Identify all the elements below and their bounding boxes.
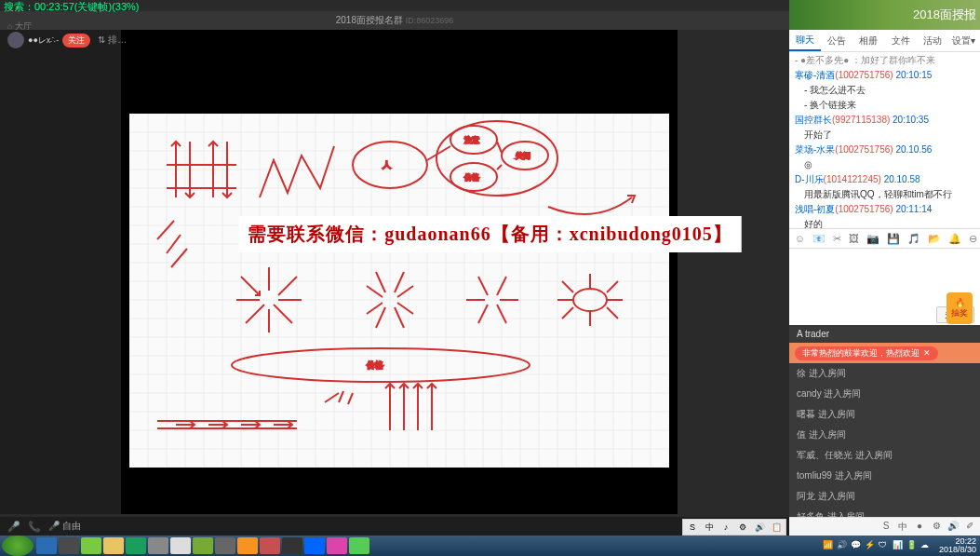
taskbar-app[interactable] xyxy=(327,537,347,554)
taskbar-app[interactable] xyxy=(126,537,146,554)
taskbar-app[interactable] xyxy=(59,537,79,554)
window-header: 2018面授报名群 ID:86023696 xyxy=(0,11,789,30)
join-item: 徐 进入房间 xyxy=(789,363,980,384)
svg-text:价格: 价格 xyxy=(366,360,383,370)
notice-pill[interactable]: 非常热烈的鼓掌欢迎，热烈欢迎✕ xyxy=(795,346,938,360)
phone-icon[interactable]: 📞 xyxy=(28,521,41,533)
tab-5[interactable]: 设置▾ xyxy=(948,30,980,51)
close-icon[interactable]: ✕ xyxy=(923,348,931,358)
start-button[interactable] xyxy=(2,536,34,556)
svg-text:注意: 注意 xyxy=(464,136,479,144)
tray-icon[interactable]: 📊 xyxy=(893,540,904,551)
tray-icon[interactable]: ⚡ xyxy=(865,540,876,551)
tray-icon[interactable]: ☁ xyxy=(920,540,932,551)
tool-icon[interactable]: 📷 xyxy=(866,233,879,245)
ime-icon[interactable]: S xyxy=(685,521,700,534)
status-icon[interactable]: ● xyxy=(913,521,926,534)
join-item: 值 进入房间 xyxy=(789,425,980,445)
svg-rect-0 xyxy=(129,114,669,468)
tray-icon[interactable]: 📶 xyxy=(823,540,834,551)
streamer-name: ●●レx∴- xyxy=(28,34,59,47)
tool-icon[interactable]: ⊖ xyxy=(969,233,977,245)
tab-2[interactable]: 相册 xyxy=(852,30,884,51)
chat-line: 好的 xyxy=(795,218,974,228)
tab-0[interactable]: 聊天 xyxy=(789,30,821,51)
tool-icon[interactable]: 📂 xyxy=(928,233,941,245)
presentation-area: 人 注意 关闭 价格 价格 xyxy=(121,30,678,514)
taskbar-app[interactable] xyxy=(260,537,280,554)
ime-icon[interactable]: 🔊 xyxy=(752,521,767,534)
diagram-svg: 人 注意 关闭 价格 价格 xyxy=(129,114,669,468)
tab-3[interactable]: 文件 xyxy=(885,30,917,51)
tool-icon[interactable]: 💾 xyxy=(887,233,900,245)
chat-line: ◎ xyxy=(795,158,974,170)
chat-line: 寒碜-清酒(1002751756) 20:10:15 xyxy=(795,69,974,81)
svg-text:关闭: 关闭 xyxy=(516,152,530,160)
join-item: 军威、任晓光 进入房间 xyxy=(789,445,980,466)
streamer-badge: ●●レx∴- 关注 ⇅ 排… xyxy=(7,32,127,48)
chat-toolbar: ☺📧✂🖼📷💾🎵📂🔔⊖ xyxy=(789,228,980,249)
status-icon[interactable]: 中 xyxy=(896,521,909,534)
tray-icon[interactable]: 💬 xyxy=(851,540,862,551)
watermark-overlay: 需要联系微信：gudaonan66【备用：xcnibudong0105】 xyxy=(238,216,742,252)
join-item: tomliu99 进入房间 xyxy=(789,466,980,486)
taskbar-app[interactable] xyxy=(36,537,57,554)
tray-icon[interactable]: 🔋 xyxy=(906,540,918,551)
follow-button[interactable]: 关注 xyxy=(62,34,90,47)
panel-tabs: 聊天公告相册文件活动设置▾ xyxy=(789,30,980,52)
taskbar-app[interactable] xyxy=(193,537,213,554)
chat-line: D-川乐(1014121245) 20.10.58 xyxy=(795,173,974,185)
taskbar-app[interactable] xyxy=(215,537,235,554)
tab-1[interactable]: 公告 xyxy=(821,30,852,51)
chat-line: 国控群长(9927115138) 20:10:35 xyxy=(795,114,974,126)
whiteboard: 人 注意 关闭 价格 价格 xyxy=(129,114,669,468)
ime-bar[interactable]: S中♪⚙🔊📋 xyxy=(682,519,786,536)
ime-icon[interactable]: 📋 xyxy=(769,521,784,534)
status-icon[interactable]: ✐ xyxy=(963,521,976,534)
search-status: 搜索：00:23:57(关键帧)(33%) xyxy=(0,0,980,11)
tray-icon[interactable]: 🔊 xyxy=(837,540,848,551)
ime-icon[interactable]: 中 xyxy=(702,521,717,534)
avatar xyxy=(7,32,24,48)
member-bar: S中●⚙🔊✐ xyxy=(789,517,980,536)
tool-icon[interactable]: 🎵 xyxy=(907,233,920,245)
tool-icon[interactable]: 🖼 xyxy=(849,233,859,244)
taskbar: 📶🔊💬⚡🛡📊🔋☁ 20:222018/8/30 xyxy=(0,536,980,556)
clock[interactable]: 20:222018/8/30 xyxy=(935,537,980,554)
lottery-button[interactable]: 🔥抽奖 xyxy=(946,292,973,324)
taskbar-app[interactable] xyxy=(81,537,101,554)
svg-text:人: 人 xyxy=(383,160,391,170)
mic-icon[interactable]: 🎤 xyxy=(7,521,20,533)
status-text: 🎤 自由 xyxy=(48,520,81,533)
taskbar-app[interactable] xyxy=(148,537,168,554)
chat-line: - ●差不多先● ：加好了群你咋不来 xyxy=(795,54,974,66)
taskbar-app[interactable] xyxy=(170,537,191,554)
notice-bar: 非常热烈的鼓掌欢迎，热烈欢迎✕ xyxy=(789,343,980,363)
taskbar-app[interactable] xyxy=(237,537,258,554)
join-item: 曙暮 进入房间 xyxy=(789,404,980,425)
taskbar-app[interactable] xyxy=(304,537,325,554)
tool-icon[interactable]: 📧 xyxy=(812,233,826,245)
taskbar-app[interactable] xyxy=(282,537,302,554)
taskbar-app[interactable] xyxy=(103,537,124,554)
tab-4[interactable]: 活动 xyxy=(917,30,948,51)
chat-line: 浅唱-初夏(1002751756) 20:11:14 xyxy=(795,203,974,215)
tool-icon[interactable]: ☺ xyxy=(795,233,805,244)
status-icon[interactable]: S xyxy=(879,521,893,534)
status-icon[interactable]: 🔊 xyxy=(946,521,960,534)
join-item: candy 进入房间 xyxy=(789,384,980,404)
sort-icon[interactable]: ⇅ 排… xyxy=(98,34,127,47)
join-item: 阿龙 进入房间 xyxy=(789,486,980,507)
tray-icon[interactable]: 🛡 xyxy=(879,540,890,551)
chat-line: 菜场-水果(1002751756) 20.10.56 xyxy=(795,143,974,156)
chat-line: 用最新版腾讯QQ，轻聊和tim都不行 xyxy=(795,188,974,200)
chat-log: - ●差不多先● ：加好了群你咋不来寒碜-清酒(1002751756) 20:1… xyxy=(789,52,980,228)
tool-icon[interactable]: ✂ xyxy=(833,233,841,245)
trader-label: A trader xyxy=(789,325,980,343)
ime-icon[interactable]: ♪ xyxy=(718,521,733,534)
tool-icon[interactable]: 🔔 xyxy=(948,233,961,245)
taskbar-app[interactable] xyxy=(349,537,369,554)
ime-icon[interactable]: ⚙ xyxy=(735,521,750,534)
chat-line: 开始了 xyxy=(795,129,974,141)
status-icon[interactable]: ⚙ xyxy=(930,521,943,534)
